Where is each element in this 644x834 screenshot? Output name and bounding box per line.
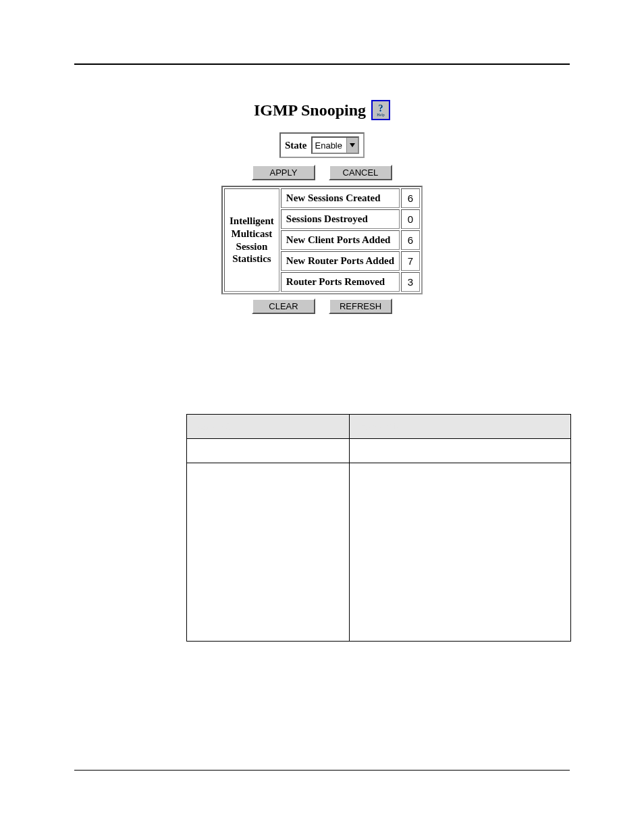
stats-side-header: IntelligentMulticastSessionStatistics xyxy=(224,188,279,292)
figure-title: IGMP Snooping xyxy=(254,101,366,120)
page: Configuring the Switch IGMP Snooping ? H… xyxy=(0,0,644,834)
stats-row-value: 6 xyxy=(401,188,420,208)
stats-row-value: 0 xyxy=(401,209,420,229)
help-icon[interactable]: ? Help xyxy=(371,100,390,120)
clear-button[interactable]: CLEAR xyxy=(252,298,315,314)
param-bullet: New Sessions Created — the number of mul… xyxy=(370,484,562,503)
stats-row-label: Router Ports Removed xyxy=(281,272,400,292)
param-bullet: New Router Ports Added — the number of r… xyxy=(370,576,562,595)
header-section: Configuring the Switch xyxy=(481,46,568,56)
refresh-button[interactable]: REFRESH xyxy=(329,298,392,314)
state-label: State xyxy=(285,140,307,151)
footer-page-number: 5-19 xyxy=(552,779,568,788)
param-row-desc: Enables or disables IGMP Snooping. xyxy=(350,439,571,463)
state-select-value: Enable xyxy=(313,138,346,153)
param-row-label: Intelligent Multicast Session Statistics xyxy=(187,463,350,642)
body-intro-text: The IGMP Snooping Page contains the foll… xyxy=(186,392,452,402)
param-row-desc: Read-only. Shows the following: New Sess… xyxy=(350,463,571,642)
stats-row-label: New Client Ports Added xyxy=(281,230,400,250)
param-bullet: Sessions Destroyed — the number of multi… xyxy=(370,509,562,537)
param-col-header: Parameter xyxy=(187,415,350,439)
stats-row-value: 3 xyxy=(401,272,420,292)
parameter-table: Parameter Description State Enables or d… xyxy=(186,414,571,642)
bottom-divider xyxy=(74,770,570,771)
cancel-button[interactable]: CANCEL xyxy=(329,165,392,180)
param-bullet-list: New Sessions Created — the number of mul… xyxy=(358,484,562,629)
stats-row-value: 6 xyxy=(401,230,420,250)
state-control-box: State Enable xyxy=(279,132,365,158)
apply-button[interactable]: APPLY xyxy=(252,165,315,180)
param-col-header: Description xyxy=(350,415,571,439)
figure-igmp-snooping: IGMP Snooping ? Help State Enable xyxy=(0,100,644,317)
state-select[interactable]: Enable xyxy=(311,136,359,154)
stats-row-label: Sessions Destroyed xyxy=(281,209,400,229)
footer-left: AT-8326GB Installation and User's Guide xyxy=(76,779,223,788)
stats-row-value: 7 xyxy=(401,251,420,271)
param-row-desc-intro: Read-only. Shows the following: xyxy=(358,470,482,480)
chevron-down-icon xyxy=(346,138,358,153)
top-divider xyxy=(74,63,570,65)
svg-marker-0 xyxy=(350,143,355,147)
param-row-label: State xyxy=(187,439,350,463)
figure-caption: Figure 5-13 IGMP Snooping Page xyxy=(0,369,644,379)
stats-table: IntelligentMulticastSessionStatistics Ne… xyxy=(221,186,423,294)
param-bullet: Router Ports Removed — the number of rou… xyxy=(370,600,562,629)
stats-row-label: New Sessions Created xyxy=(281,188,400,208)
param-bullet: New Client Ports Added — the number of p… xyxy=(370,542,562,571)
stats-row-label: New Router Ports Added xyxy=(281,251,400,271)
